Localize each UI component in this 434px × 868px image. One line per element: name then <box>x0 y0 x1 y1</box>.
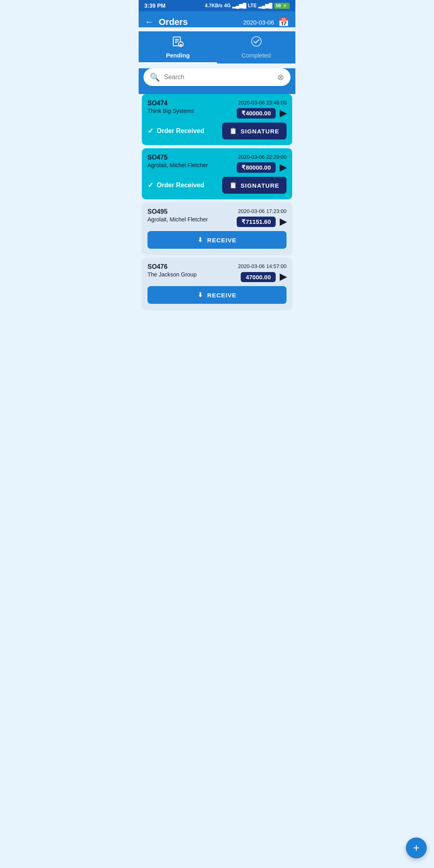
orders-list: SO474 Think Big Systems 2020-03-06 23:46… <box>139 94 295 342</box>
receive-icon-so476: ⬇ <box>198 291 203 299</box>
order-status-label-so474: Order Received <box>157 127 204 135</box>
signature-label-so474: SIGNATURE <box>241 128 279 135</box>
order-navigate-so476[interactable]: ▶ <box>280 272 287 282</box>
order-id-so474: SO474 <box>147 100 194 107</box>
signature-button-so475[interactable]: 📋 SIGNATURE <box>222 177 287 194</box>
order-card-so495: SO495 Agrolait, Michel Fletcher 2020-03-… <box>142 203 292 254</box>
tab-bar: ⏰ Pending Completed <box>139 31 295 63</box>
signature-icon-so474: 📋 <box>229 127 237 135</box>
back-button[interactable]: ← <box>145 17 154 27</box>
search-bar: 🔍 ⊗ <box>143 68 291 86</box>
receive-label-so495: RECEIVE <box>207 237 237 244</box>
svg-rect-2 <box>175 41 179 41</box>
svg-point-6 <box>252 37 261 46</box>
order-navigate-so495[interactable]: ▶ <box>280 217 287 227</box>
order-card-so476: SO476 The Jackson Group 2020-03-06 14:57… <box>142 258 292 309</box>
app-header: ← Orders 2020-03-06 📅 <box>139 11 295 27</box>
receive-icon-so495: ⬇ <box>198 236 203 244</box>
svg-text:⏰: ⏰ <box>179 43 183 47</box>
order-amount-so495: ₹71151.60 <box>237 217 276 227</box>
tab-pending[interactable]: ⏰ Pending <box>139 31 217 63</box>
page-title: Orders <box>159 17 188 27</box>
status-right: 4.7KB/s 4G ▂▄▆█ LTE ▂▄▆█ 58 ⚡ <box>205 3 290 9</box>
order-status-so475: ✓ Order Received <box>147 181 204 190</box>
order-status-label-so475: Order Received <box>157 182 204 189</box>
checkmark-icon-so475: ✓ <box>147 181 154 190</box>
order-amount-so476: 47000.00 <box>241 272 276 282</box>
signal-bars-2: ▂▄▆█ <box>258 3 272 8</box>
signature-icon-so475: 📋 <box>229 182 237 189</box>
order-id-so495: SO495 <box>147 208 208 215</box>
order-id-so475: SO475 <box>147 154 208 161</box>
order-card-so474: SO474 Think Big Systems 2020-03-06 23:46… <box>142 94 292 145</box>
signature-label-so475: SIGNATURE <box>241 182 279 189</box>
search-input[interactable] <box>164 74 277 81</box>
completed-tab-icon <box>250 35 262 50</box>
order-datetime-so476: 2020-03-06 14:57:00 <box>238 263 287 269</box>
order-card-so475: SO475 Agrolait, Michel Fletcher 2020-03-… <box>142 148 292 199</box>
lte-icon: LTE <box>248 3 257 8</box>
clear-search-button[interactable]: ⊗ <box>277 72 284 82</box>
order-navigate-so474[interactable]: ▶ <box>280 108 287 119</box>
order-datetime-so495: 2020-03-06 17:23:00 <box>238 208 287 214</box>
receive-button-so476[interactable]: ⬇ RECEIVE <box>147 286 287 304</box>
svg-rect-1 <box>175 39 179 40</box>
receive-label-so476: RECEIVE <box>207 292 237 299</box>
status-time: 3:39 PM <box>144 2 166 9</box>
order-datetime-so474: 2020-03-06 23:46:00 <box>238 100 287 106</box>
receive-button-so495[interactable]: ⬇ RECEIVE <box>147 231 287 249</box>
tab-completed-label: Completed <box>242 52 271 59</box>
calendar-icon[interactable]: 📅 <box>278 17 289 27</box>
svg-rect-3 <box>175 42 177 43</box>
search-icon: 🔍 <box>150 72 160 82</box>
tab-completed[interactable]: Completed <box>217 31 295 63</box>
signature-button-so474[interactable]: 📋 SIGNATURE <box>222 123 287 139</box>
order-company-so495: Agrolait, Michel Fletcher <box>147 216 208 223</box>
tab-pending-label: Pending <box>166 52 190 59</box>
order-amount-so474: ₹40000.00 <box>237 108 276 119</box>
checkmark-icon-so474: ✓ <box>147 127 154 135</box>
signal-bars: ▂▄▆█ <box>232 3 246 8</box>
network-speed: 4.7KB/s <box>205 3 223 8</box>
order-company-so475: Agrolait, Michel Fletcher <box>147 162 208 168</box>
header-date: 2020-03-06 <box>243 19 274 26</box>
order-navigate-so475[interactable]: ▶ <box>280 162 287 173</box>
order-id-so476: SO476 <box>147 263 197 270</box>
order-amount-so475: ₹80000.00 <box>237 162 276 173</box>
battery-indicator: 58 ⚡ <box>274 3 290 9</box>
order-company-so474: Think Big Systems <box>147 108 194 114</box>
status-bar: 3:39 PM 4.7KB/s 4G ▂▄▆█ LTE ▂▄▆█ 58 ⚡ <box>139 0 295 11</box>
pending-tab-icon: ⏰ <box>172 35 184 50</box>
order-status-so474: ✓ Order Received <box>147 127 204 135</box>
order-datetime-so475: 2020-03-06 22:29:00 <box>238 154 287 160</box>
order-company-so476: The Jackson Group <box>147 271 197 278</box>
signal-type: 4G <box>224 3 231 8</box>
